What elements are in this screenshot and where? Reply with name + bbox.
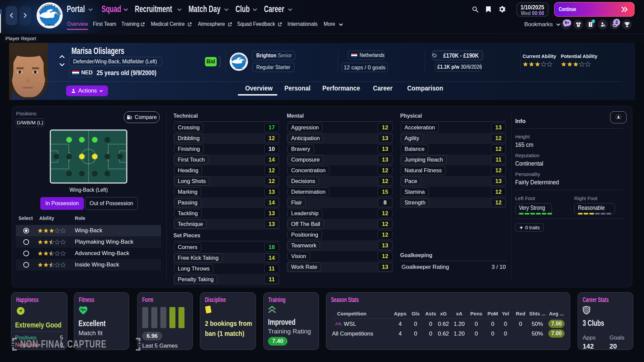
svg-text:ALBION: ALBION bbox=[235, 67, 242, 69]
svg-text:ALBION: ALBION bbox=[45, 23, 55, 26]
